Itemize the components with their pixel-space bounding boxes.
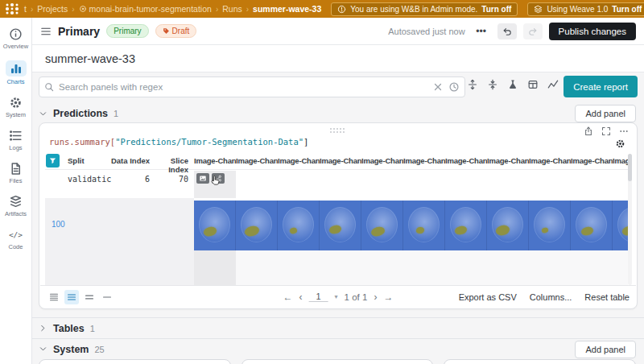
share-icon[interactable] xyxy=(584,126,593,136)
column-header-image-channel[interactable]: Image-Channe xyxy=(403,156,445,165)
column-header-image-channel[interactable]: Image-Channe xyxy=(613,156,628,165)
expand-panels-icon[interactable] xyxy=(467,79,478,90)
sidebar-item-code[interactable]: </>Code xyxy=(1,225,31,254)
brain-scan-image[interactable] xyxy=(361,201,403,250)
sidebar-item-system[interactable]: System xyxy=(1,93,31,122)
table-row[interactable]: validatic 6 70 xyxy=(45,171,632,198)
image-strip[interactable] xyxy=(194,201,632,250)
chevron-right-icon[interactable] xyxy=(39,324,47,333)
column-header-image-channel[interactable]: Image-Channe xyxy=(194,156,236,165)
sidebar-item-logs[interactable]: Logs xyxy=(1,126,31,155)
breadcrumb-item[interactable]: summer-wave-33 xyxy=(253,4,321,14)
history-icon[interactable] xyxy=(448,81,460,93)
predictions-table-panel: runs.summary["Predictions/Tumor-Segmenta… xyxy=(39,122,638,309)
brain-scan-image[interactable] xyxy=(194,201,236,250)
top-bar: t›Projects›monai-brain-tumor-segmentatio… xyxy=(0,0,644,18)
panel-settings-gear-icon[interactable] xyxy=(615,139,625,149)
create-report-button[interactable]: Create report xyxy=(564,76,638,97)
breadcrumb-item[interactable]: Projects xyxy=(37,4,68,14)
breadcrumb-item[interactable]: monai-brain-tumor-segmentation xyxy=(79,4,212,14)
svg-text:</>: </> xyxy=(9,230,23,239)
page-input[interactable] xyxy=(309,292,328,302)
last-page-icon[interactable]: → xyxy=(383,292,393,303)
columns-button[interactable]: Columns... xyxy=(530,292,572,302)
reset-table-button[interactable]: Reset table xyxy=(584,292,630,302)
sidebar-item-overview[interactable]: Overview xyxy=(1,24,31,54)
primary-badge[interactable]: Primary xyxy=(106,24,148,38)
brain-scan-image[interactable] xyxy=(236,201,278,250)
brain-scan-image[interactable] xyxy=(487,201,529,250)
filter-funnel-icon[interactable] xyxy=(46,154,60,168)
brain-scan-image[interactable] xyxy=(445,201,487,250)
clear-search-icon[interactable] xyxy=(432,81,444,93)
brain-scan-image[interactable] xyxy=(320,201,361,250)
column-header-data-index[interactable]: Data Index xyxy=(105,156,150,165)
more-options-button[interactable]: ••• xyxy=(472,23,491,39)
breadcrumb-separator: › xyxy=(216,5,218,14)
first-page-icon[interactable]: ← xyxy=(283,292,293,303)
system-panel-stub[interactable] xyxy=(242,359,434,364)
chevron-down-icon[interactable] xyxy=(39,345,47,354)
table-scrollbar[interactable] xyxy=(628,154,632,285)
weave-turnoff-button[interactable]: Turn off xyxy=(612,5,642,14)
chevron-down-icon[interactable] xyxy=(39,110,47,118)
next-page-icon[interactable]: › xyxy=(374,292,377,303)
page-caret-icon[interactable]: ▾ xyxy=(335,293,338,300)
sidebar-item-charts[interactable]: Charts xyxy=(1,57,31,89)
prev-page-icon[interactable]: ‹ xyxy=(299,292,303,303)
tables-section-label[interactable]: Tables xyxy=(53,323,85,334)
column-header-split[interactable]: Split xyxy=(68,156,111,165)
export-csv-button[interactable]: Export as CSV xyxy=(459,292,517,302)
breadcrumb-separator: › xyxy=(31,5,33,14)
draft-badge[interactable]: Draft xyxy=(155,24,197,38)
add-panel-button[interactable]: Add panel xyxy=(575,105,636,122)
search-input[interactable] xyxy=(59,82,427,92)
brain-scan-image[interactable] xyxy=(571,201,613,250)
predictions-section-label[interactable]: Predictions xyxy=(53,108,108,119)
sidebar-item-artifacts[interactable]: Artifacts xyxy=(1,192,31,221)
system-panel-count: 25 xyxy=(94,345,104,354)
admin-turnoff-button[interactable]: Turn off xyxy=(481,5,511,14)
fullscreen-icon[interactable] xyxy=(601,126,611,136)
breadcrumb-item[interactable]: t xyxy=(24,4,27,14)
publish-changes-button[interactable]: Publish changes xyxy=(549,23,636,40)
system-panel-stub[interactable] xyxy=(444,359,636,364)
column-header-image-channel[interactable]: Image-Channe xyxy=(487,156,529,165)
density-tall-button[interactable] xyxy=(82,290,97,304)
system-section-label[interactable]: System xyxy=(53,344,89,355)
sidebar-item-files[interactable]: Files xyxy=(1,159,31,188)
flask-icon[interactable] xyxy=(507,79,518,90)
image-view-button[interactable] xyxy=(196,173,209,184)
column-header-image-channel[interactable]: Image-Channe xyxy=(320,156,361,165)
column-header-image-channel[interactable]: Image-Channe xyxy=(529,156,571,165)
panel-bank-icon[interactable] xyxy=(527,79,539,90)
breadcrumb-item[interactable]: Runs xyxy=(222,4,242,14)
brain-scan-image[interactable] xyxy=(403,201,445,250)
column-header-image-channel[interactable]: Image-Channe xyxy=(571,156,613,165)
system-panel-stub[interactable] xyxy=(39,359,231,364)
redo-button[interactable] xyxy=(523,23,543,39)
sparkline-icon[interactable] xyxy=(547,79,559,90)
segmentation-view-button[interactable] xyxy=(212,173,225,184)
density-medium-button[interactable] xyxy=(64,290,79,304)
density-single-button[interactable] xyxy=(100,290,114,304)
media-toggle-buttons xyxy=(196,173,225,184)
brain-scan-image[interactable] xyxy=(278,201,320,250)
brain-outline xyxy=(324,207,356,242)
column-header-image-channel[interactable]: Image-Channe xyxy=(236,156,278,165)
wandb-logo-icon[interactable] xyxy=(5,2,19,15)
column-header-image-channel[interactable]: Image-Channe xyxy=(445,156,487,165)
undo-button[interactable] xyxy=(497,23,517,39)
column-header-image-channel[interactable]: Image-Channe xyxy=(278,156,320,165)
image-column-headers: Image-ChanneImage-ChanneImage-ChanneImag… xyxy=(194,156,628,165)
add-panel-button[interactable]: Add panel xyxy=(575,341,636,358)
brain-scan-image[interactable] xyxy=(529,201,571,250)
column-header-image-channel[interactable]: Image-Channe xyxy=(361,156,403,165)
drag-handle[interactable] xyxy=(330,128,346,134)
page-info: 1 of 1 xyxy=(345,292,368,302)
density-compact-button[interactable] xyxy=(47,290,61,304)
media-step-label[interactable]: 100 xyxy=(52,220,65,229)
menu-icon[interactable] xyxy=(40,27,52,36)
collapse-panels-icon[interactable] xyxy=(487,79,498,90)
more-icon[interactable] xyxy=(619,126,629,136)
